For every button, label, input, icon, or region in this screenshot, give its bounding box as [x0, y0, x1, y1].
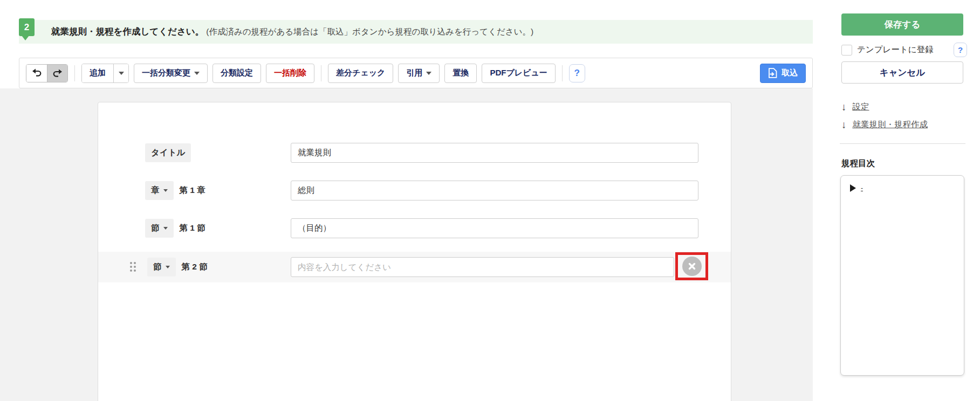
step-number-badge: 2 — [19, 18, 35, 36]
add-button[interactable]: 追加 — [82, 64, 113, 82]
chapter-chip-label: 章 — [151, 185, 160, 196]
bulk-delete-button[interactable]: 一括削除 — [266, 64, 314, 83]
jump-link-settings-label: 設定 — [853, 101, 869, 113]
save-button[interactable]: 保存する — [841, 13, 963, 36]
chapter-1-input[interactable] — [291, 181, 698, 200]
pdf-preview-button[interactable]: PDFプレビュー — [482, 64, 555, 83]
arrow-down-icon: ↓ — [841, 102, 847, 112]
chevron-down-icon — [426, 72, 431, 75]
bulk-category-change-label: 一括分類変更 — [142, 68, 190, 78]
step-banner: 2 就業規則・規程を作成してください。 (作成済みの規程がある場合は「取込」ボタ… — [19, 20, 813, 44]
page: 2 就業規則・規程を作成してください。 (作成済みの規程がある場合は「取込」ボタ… — [0, 0, 980, 401]
chapter-type-dropdown[interactable]: 章 — [145, 181, 174, 200]
quote-button[interactable]: 引用 — [398, 64, 440, 83]
quote-label: 引用 — [406, 68, 422, 78]
section-type-dropdown[interactable]: 節 — [145, 219, 174, 238]
diff-check-button[interactable]: 差分チェック — [328, 64, 393, 83]
editor-row-section-2: 節 第 2 節 — [98, 257, 731, 277]
import-button[interactable]: 取込 — [760, 64, 806, 83]
banner-title: 就業規則・規程を作成してください。 — [51, 26, 204, 38]
toolbar-separator — [74, 65, 75, 81]
toc-root-row: - — [850, 184, 964, 192]
toc-panel: - — [840, 175, 964, 376]
redo-button[interactable] — [47, 65, 67, 82]
section-chip-label: 節 — [151, 223, 160, 234]
replace-button[interactable]: 置換 — [444, 64, 477, 83]
add-split-button: 追加 — [81, 64, 129, 83]
section-number-label: 第 2 節 — [182, 261, 208, 273]
template-register-row: テンプレートに登録 ? — [841, 43, 967, 57]
toolbar-separator — [321, 65, 321, 81]
chevron-down-icon — [163, 189, 168, 192]
chevron-down-icon — [163, 227, 168, 230]
toolbar-separator — [562, 65, 563, 81]
section-1-input[interactable] — [291, 218, 698, 238]
editor-row-title: タイトル — [98, 143, 731, 163]
toc-heading: 規程目次 — [841, 158, 875, 169]
jump-link-create-rules[interactable]: ↓ 就業規則・規程作成 — [841, 119, 928, 130]
redo-icon — [52, 69, 63, 77]
delete-row-button[interactable] — [682, 257, 702, 276]
undo-icon — [32, 68, 42, 78]
jump-link-settings[interactable]: ↓ 設定 — [841, 101, 869, 113]
toc-item-link[interactable]: - — [861, 184, 863, 192]
section-type-dropdown[interactable]: 節 — [147, 258, 176, 276]
chevron-down-icon — [166, 266, 170, 268]
document-editor-panel: タイトル 章 第 1 章 節 — [98, 102, 731, 401]
undo-redo-group — [26, 64, 68, 82]
arrow-down-icon: ↓ — [841, 120, 847, 130]
editor-toolbar: 追加 一括分類変更 分類設定 一括削除 差分チェック 引用 置換 PDFプレビュ… — [19, 58, 813, 88]
category-settings-button[interactable]: 分類設定 — [213, 64, 261, 83]
editor-row-section-1: 節 第 1 節 — [98, 218, 731, 238]
section-chip-label: 節 — [153, 261, 162, 273]
editor-row-chapter-1: 章 第 1 章 — [98, 181, 731, 200]
template-register-label: テンプレートに登録 — [857, 44, 934, 56]
delete-row-highlight-box — [675, 252, 708, 280]
add-dropdown-toggle[interactable] — [113, 64, 128, 82]
sidebar-divider — [840, 143, 965, 144]
close-icon — [688, 262, 696, 271]
import-document-icon — [768, 68, 777, 78]
title-type-chip: タイトル — [145, 143, 191, 162]
template-help-button[interactable]: ? — [954, 43, 967, 57]
section-2-input[interactable] — [291, 257, 674, 277]
undo-button[interactable] — [26, 65, 47, 82]
template-register-checkbox[interactable] — [841, 45, 852, 56]
import-label: 取込 — [782, 68, 798, 78]
banner-note: (作成済みの規程がある場合は「取込」ボタンから規程の取り込みを行ってください。) — [206, 26, 533, 38]
expand-toggle-icon[interactable] — [850, 184, 856, 192]
bulk-category-change-button[interactable]: 一括分類変更 — [134, 64, 208, 83]
chapter-number-label: 第 1 章 — [180, 185, 205, 196]
jump-link-create-rules-label: 就業規則・規程作成 — [853, 119, 928, 130]
chevron-down-icon — [194, 72, 200, 75]
chevron-down-icon — [119, 72, 124, 75]
work-area: タイトル 章 第 1 章 節 — [0, 88, 813, 401]
cancel-button[interactable]: キャンセル — [841, 61, 963, 84]
toolbar-help-button[interactable]: ? — [569, 64, 585, 82]
title-input[interactable] — [291, 143, 698, 163]
action-sidebar: 保存する テンプレートに登録 ? キャンセル ↓ 設定 ↓ 就業規則・規程作成 … — [813, 0, 980, 401]
section-number-label: 第 1 節 — [180, 223, 205, 234]
